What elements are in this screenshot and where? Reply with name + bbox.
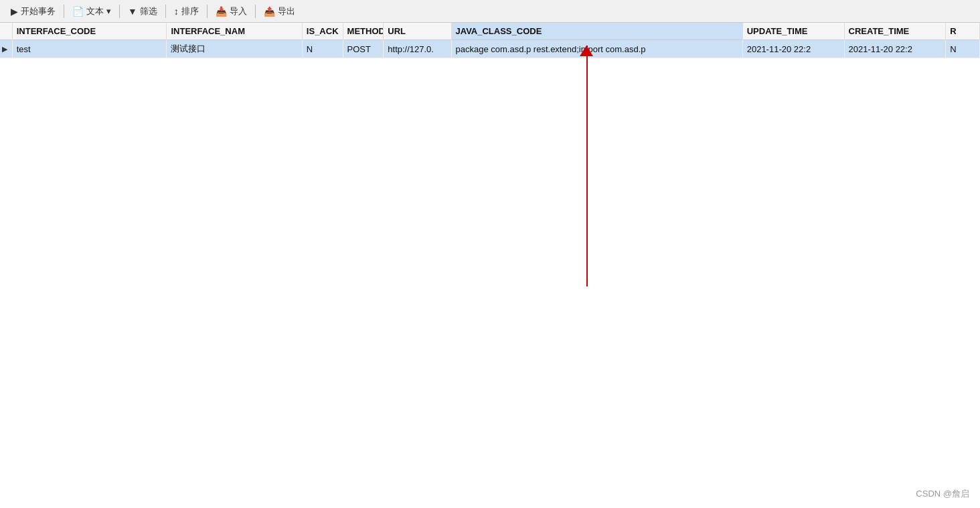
sort-icon: ↕ [174,6,179,17]
text-label: 文本 [86,5,104,17]
text-dropdown-icon: ▾ [106,6,111,16]
filter-button[interactable]: ▼ 筛选 [122,3,163,19]
annotation-arrow [0,46,980,313]
arrow-line [586,46,588,286]
cell-update-time: 2021-11-20 22:2 [742,40,844,58]
separator-2 [119,5,120,18]
col-header-indicator[interactable] [0,23,12,40]
filter-icon: ▼ [128,6,137,17]
col-header-update-time[interactable]: UPDATE_TIME [742,23,844,40]
col-header-r[interactable]: R [946,23,980,40]
text-icon: 📄 [72,6,84,17]
cell-url: http://127.0. [384,40,451,58]
separator-3 [165,5,166,18]
start-task-icon: ▶ [11,6,18,17]
toolbar: ▶ 开始事务 📄 文本 ▾ ▼ 筛选 ↕ 排序 📥 导入 📤 导出 [0,0,980,23]
export-button[interactable]: 📤 导出 [258,3,301,19]
col-header-is-ack[interactable]: IS_ACK [302,23,343,40]
data-table: INTERFACE_CODE INTERFACE_NAM IS_ACK METH… [0,23,980,58]
cell-is-ack: N [302,40,343,58]
separator-5 [255,5,256,18]
watermark: CSDN @詹启 [916,488,969,500]
import-icon: 📥 [216,6,227,17]
export-icon: 📤 [264,6,275,17]
cell-method: POST [343,40,384,58]
sort-label: 排序 [181,5,199,17]
sort-button[interactable]: ↕ 排序 [169,3,204,19]
start-task-button[interactable]: ▶ 开始事务 [5,3,61,19]
separator-1 [64,5,64,18]
import-label: 导入 [230,5,247,17]
cell-r: N [946,40,980,58]
import-button[interactable]: 📥 导入 [210,3,252,19]
cell-create-time: 2021-11-20 22:2 [844,40,946,58]
col-header-interface-code[interactable]: INTERFACE_CODE [12,23,167,40]
separator-4 [207,5,208,18]
text-button[interactable]: 📄 文本 ▾ [67,3,116,19]
col-header-url[interactable]: URL [384,23,451,40]
cell-interface-name: 测试接口 [167,40,302,58]
col-header-method[interactable]: METHOD [343,23,384,40]
col-header-create-time[interactable]: CREATE_TIME [844,23,946,40]
col-header-interface-name[interactable]: INTERFACE_NAM [167,23,302,40]
table-row[interactable]: ▶ test 测试接口 N POST http://127.0. package [0,40,980,58]
start-task-label: 开始事务 [21,5,56,17]
col-header-java-class-code[interactable]: JAVA_CLASS_CODE [451,23,742,40]
table-header-row: INTERFACE_CODE INTERFACE_NAM IS_ACK METH… [0,23,980,40]
export-label: 导出 [278,5,295,17]
cell-interface-code: test [12,40,167,58]
filter-label: 筛选 [140,5,157,17]
cell-java-class-code: package com.asd.p rest.extend;import com… [451,40,742,58]
row-indicator-cell: ▶ [0,40,12,58]
